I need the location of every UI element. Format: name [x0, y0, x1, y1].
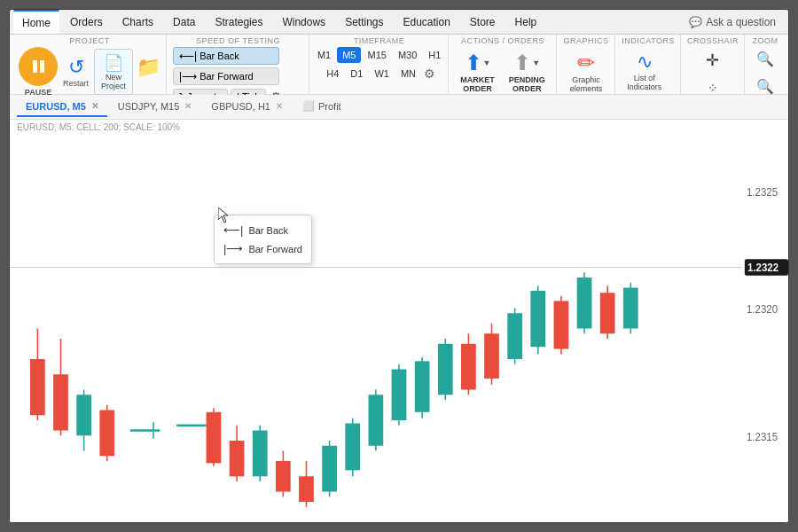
menu-help[interactable]: Help: [506, 10, 546, 34]
restart-icon: ↺: [68, 56, 84, 79]
crosshair-content: ✛ ⁘: [687, 47, 739, 98]
tf-w1[interactable]: W1: [369, 66, 395, 82]
graphic-elements-button[interactable]: ✏ Graphic elements: [563, 47, 610, 97]
market-order-icon: ⬆: [465, 51, 482, 75]
tf-m15[interactable]: M15: [362, 47, 391, 63]
menu-education[interactable]: Education: [394, 10, 458, 34]
speed-label: SPEED OF TESTING: [173, 36, 303, 47]
svg-rect-39: [507, 313, 522, 359]
folder-icon[interactable]: 📁: [137, 56, 160, 79]
pause-button[interactable]: [19, 47, 58, 86]
new-project-label: NewProject: [101, 73, 126, 90]
tab-profit-label: Profit: [318, 101, 341, 112]
menu-data[interactable]: Data: [164, 10, 204, 34]
pause-icon: [33, 60, 44, 73]
market-order-dropdown[interactable]: ▼: [483, 59, 491, 67]
tf-m1[interactable]: M1: [312, 47, 336, 63]
menu-settings[interactable]: Settings: [336, 10, 392, 34]
tf-m30[interactable]: M30: [393, 47, 422, 63]
bar-back-tooltip-label: Bar Back: [248, 225, 288, 236]
pending-order-dropdown[interactable]: ▼: [532, 59, 540, 67]
tab-usdjpy-m15[interactable]: USDJPY, M15 ✕: [109, 98, 201, 117]
tf-row-bottom: H4 D1 W1 MN ⚙: [321, 65, 437, 82]
tab-usdjpy-close[interactable]: ✕: [184, 101, 192, 111]
tf-h4[interactable]: H4: [321, 66, 344, 82]
timeframe-label: TIMEFRAME: [316, 36, 442, 47]
crosshair-section: CROSSHAIR ✛ ⁘: [682, 35, 745, 94]
menu-orders[interactable]: Orders: [61, 10, 112, 34]
tf-d1[interactable]: D1: [345, 66, 368, 82]
menu-charts[interactable]: Charts: [113, 10, 162, 34]
bar-back-button[interactable]: ⟵| Bar Back: [173, 47, 279, 65]
market-order-button[interactable]: ⬆ ▼ MARKETORDER: [455, 47, 500, 97]
svg-rect-43: [554, 301, 569, 348]
chart-info-label: EURUSD, M5: CELL: 200; SCALE: 100%: [10, 120, 788, 135]
tooltip-bar-back[interactable]: ⟵| Bar Back: [223, 221, 302, 239]
zoom-out-icon: 🔍: [756, 78, 774, 95]
bar-forward-tooltip-label: Bar Forward: [248, 244, 302, 254]
menu-strategies[interactable]: Strategies: [206, 10, 271, 34]
svg-rect-29: [392, 370, 407, 421]
indicators-label: INDICATORS: [622, 36, 675, 47]
bar-forward-icon: |⟶: [179, 70, 197, 82]
crosshair-plus-button[interactable]: ✛: [700, 47, 724, 74]
tab-profit-icon: ⬜: [302, 100, 315, 112]
list-of-indicators-button[interactable]: ∿ List of Indicators: [622, 47, 667, 95]
tab-gbpusd-h1[interactable]: GBPUSD, H1 ✕: [202, 98, 292, 117]
svg-rect-6: [76, 395, 91, 435]
tf-mn[interactable]: MN: [395, 66, 421, 82]
bar-forward-label: Bar Forward: [200, 71, 254, 82]
graphics-label: GRAPHICS: [563, 36, 610, 47]
tab-gbpusd-close[interactable]: ✕: [276, 101, 283, 111]
svg-rect-4: [53, 374, 68, 430]
bar-forward-button[interactable]: |⟶ Bar Forward: [173, 67, 279, 85]
indicators-section: INDICATORS ∿ List of Indicators: [616, 35, 681, 94]
pending-order-label: PENDINGORDER: [509, 75, 545, 93]
zoom-content: 🔍 🔍: [751, 47, 779, 98]
tab-eurusd-close[interactable]: ✕: [91, 101, 98, 111]
graphics-section: GRAPHICS ✏ Graphic elements: [558, 35, 616, 94]
graphic-elements-label: Graphic elements: [570, 75, 603, 93]
tf-m5[interactable]: M5: [337, 47, 361, 63]
bar-forward-tooltip-icon: |⟶: [223, 242, 243, 255]
menu-home[interactable]: Home: [13, 10, 59, 34]
svg-rect-17: [253, 431, 268, 477]
zoom-section: ZOOM 🔍 🔍: [746, 35, 785, 94]
ask-question-btn[interactable]: 💬 Ask a question: [680, 12, 785, 32]
restart-button[interactable]: ↺ Restart: [61, 54, 90, 90]
svg-rect-49: [623, 288, 638, 329]
chat-icon: 💬: [689, 16, 702, 28]
tab-profit[interactable]: ⬜ Profit: [293, 97, 350, 117]
tooltip-bar-forward[interactable]: |⟶ Bar Forward: [223, 239, 302, 258]
crosshair-dots-icon: ⁘: [708, 81, 718, 95]
graphics-content: ✏ Graphic elements: [563, 47, 610, 97]
svg-rect-33: [438, 344, 453, 395]
project-label: PROJECT: [19, 36, 160, 47]
tf-h1[interactable]: H1: [423, 47, 446, 63]
new-project-button[interactable]: 📄 NewProject: [94, 49, 133, 95]
menu-store[interactable]: Store: [461, 10, 505, 34]
ask-question-label: Ask a question: [706, 16, 776, 28]
project-section: PROJECT PAUSE ↺ Restart: [13, 35, 167, 94]
zoom-in-button[interactable]: 🔍: [751, 47, 779, 71]
menu-windows[interactable]: Windows: [273, 10, 334, 34]
toolbar: PROJECT PAUSE ↺ Restart: [10, 35, 788, 95]
crosshair-label: CROSSHAIR: [687, 36, 739, 47]
pending-order-button[interactable]: ⬆ ▼ PENDINGORDER: [504, 47, 551, 97]
tab-eurusd-m5[interactable]: EURUSD, M5 ✕: [17, 98, 107, 117]
actions-section: ACTIONS / ORDERS ⬆ ▼ MARKETORDER ⬆ ▼ PEN…: [450, 35, 557, 94]
svg-text:1.2320: 1.2320: [747, 303, 778, 317]
svg-text:1.2322: 1.2322: [747, 262, 778, 275]
chart-canvas[interactable]: 1.2325 1.2320 1.2315 1.2322 ⟵| Bar Back …: [10, 135, 788, 522]
restart-label: Restart: [63, 79, 89, 88]
bar-back-tooltip-icon: ⟵|: [223, 223, 243, 237]
svg-rect-45: [577, 278, 592, 329]
tf-settings-icon[interactable]: ⚙: [422, 65, 437, 82]
svg-rect-23: [322, 446, 337, 492]
zoom-in-icon: 🔍: [756, 51, 774, 67]
svg-rect-27: [369, 395, 384, 446]
actions-content: ⬆ ▼ MARKETORDER ⬆ ▼ PENDINGORDER: [455, 47, 551, 97]
speed-tooltip: ⟵| Bar Back |⟶ Bar Forward: [214, 215, 312, 264]
indicators-icon: ∿: [637, 51, 653, 74]
actions-label: ACTIONS / ORDERS: [455, 36, 551, 47]
